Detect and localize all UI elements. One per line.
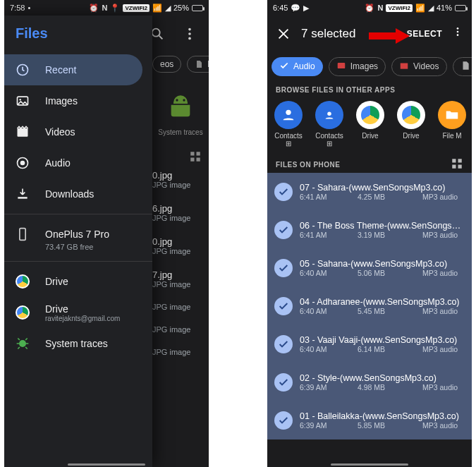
grid-view-icon[interactable] — [451, 157, 463, 171]
svg-point-29 — [327, 111, 331, 116]
filter-chip[interactable]: Docume — [187, 56, 209, 73]
gesture-bar — [68, 463, 145, 466]
phone-icon — [16, 227, 30, 241]
alarm-icon: ⏰ — [365, 4, 374, 13]
sidebar-item-recent[interactable]: Recent — [4, 54, 142, 85]
app-label: Drive — [356, 132, 384, 140]
download-icon — [16, 187, 30, 201]
sidebar-item-audio[interactable]: Audio — [4, 147, 152, 178]
sidebar-item-label: Audio — [45, 157, 71, 169]
nfc-icon: N — [102, 4, 107, 12]
app-contacts[interactable]: Contacts⊞ — [315, 101, 343, 147]
grid-view-icon[interactable] — [189, 150, 202, 166]
sidebar-item-downloads[interactable]: Downloads — [4, 178, 152, 210]
file-list[interactable]: 07 - Sahara-(www.SenSongsMp3.co)6:41 AM4… — [267, 173, 472, 439]
filter-chip-videos[interactable]: Videos — [391, 57, 446, 76]
svg-rect-9 — [190, 158, 194, 162]
clock-text: 7:58 — [10, 4, 25, 12]
svg-point-16 — [21, 162, 25, 165]
bg-file-item[interactable]: JPG image — [152, 344, 202, 366]
bg-file-item[interactable]: 6.jpgJPG image — [152, 199, 202, 232]
gesture-bar — [331, 463, 408, 466]
file-time: 6:40 AM — [300, 307, 332, 315]
svg-point-4 — [188, 37, 191, 40]
file-time: 6:40 AM — [300, 345, 332, 353]
file-type: MP3 audio — [422, 383, 458, 392]
more-icon[interactable] — [182, 26, 197, 42]
file-type: MP3 audio — [422, 269, 458, 277]
account-item[interactable]: System traces — [4, 328, 152, 359]
checkmark-icon[interactable] — [274, 335, 293, 353]
file-row[interactable]: 03 - Vaaji Vaaji-(www.SenSongsMp3.co)6:4… — [267, 325, 472, 363]
chip-label: Images — [350, 61, 378, 71]
bg-file-item[interactable]: 0.jpgJPG image — [152, 232, 202, 265]
checkmark-icon[interactable] — [274, 183, 293, 201]
account-item[interactable]: Driveravitejaknts@gmail.com — [4, 297, 152, 328]
file-name: 07 - Sahara-(www.SenSongsMp3.co) — [300, 183, 465, 193]
sidebar-item-images[interactable]: Images — [4, 85, 152, 116]
svg-point-5 — [176, 99, 178, 101]
wifi-icon: 📶 — [415, 4, 425, 13]
divider — [4, 261, 152, 262]
phone-left: 7:58 • ⏰ N 📍 VZWIFI2 📶 ◢ 25% eos Docume — [4, 0, 209, 467]
filter-chip-docume[interactable]: Docume — [453, 57, 472, 76]
filter-chip-images[interactable]: Images — [329, 57, 386, 76]
check-icon — [279, 61, 289, 73]
file-size: 5.06 MB — [358, 269, 397, 277]
bg-file-item[interactable]: JPG image — [152, 298, 202, 321]
wifi-icon: 📶 — [152, 4, 162, 13]
app-filem[interactable]: File M — [438, 101, 466, 147]
checkmark-icon[interactable] — [274, 411, 293, 430]
file-type: MP3 audio — [422, 345, 458, 353]
app-icon — [397, 101, 425, 129]
chip-label: Audio — [293, 61, 315, 71]
account-label: Drive — [45, 276, 68, 287]
filter-chip-audio[interactable]: Audio — [271, 57, 323, 76]
image-icon — [336, 61, 346, 73]
close-icon[interactable] — [276, 26, 291, 42]
checkmark-icon[interactable] — [274, 297, 293, 315]
file-name: 06 - The Boss Theme-(www.SenSongsMp3.... — [300, 221, 465, 231]
battery-icon — [192, 5, 203, 11]
file-row[interactable]: 07 - Sahara-(www.SenSongsMp3.co)6:41 AM4… — [267, 173, 472, 211]
nav-drawer[interactable]: Files RecentImagesVideosAudioDownloads O… — [4, 16, 152, 467]
checkmark-icon[interactable] — [274, 373, 293, 392]
clock-icon — [16, 63, 30, 77]
more-icon[interactable] — [452, 26, 463, 42]
storage-free: 73.47 GB free — [45, 243, 152, 251]
checkmark-icon[interactable] — [274, 259, 293, 277]
file-size: 5.45 MB — [358, 307, 397, 315]
sidebar-item-label: Downloads — [45, 188, 94, 200]
file-row[interactable]: 04 - Adharanee-(www.SenSongsMp3.co)6:40 … — [267, 287, 472, 325]
file-row[interactable]: 05 - Sahana-(www.SenSongsMp3.co)6:40 AM5… — [267, 249, 472, 287]
checkmark-icon[interactable] — [274, 221, 293, 239]
bg-file-item[interactable]: JPG image — [152, 321, 202, 344]
bg-file-item[interactable]: 0.jpgJPG image — [152, 166, 202, 199]
account-item[interactable]: Drive — [4, 266, 152, 297]
sidebar-item-label: Images — [45, 95, 78, 107]
app-drive[interactable]: Drive — [397, 101, 425, 147]
file-size: 6.14 MB — [358, 345, 397, 353]
app-drive[interactable]: Drive — [356, 101, 384, 147]
app-icon — [315, 101, 343, 129]
battery-icon — [455, 5, 466, 11]
svg-point-23 — [457, 31, 459, 33]
sidebar-item-videos[interactable]: Videos — [4, 116, 152, 147]
svg-point-22 — [457, 28, 459, 30]
file-row[interactable]: 01 - Balleilakka-(www.SenSongsMp3.co)6:3… — [267, 401, 472, 439]
wifi-badge: VZWIFI2 — [123, 4, 149, 12]
file-size: 4.25 MB — [358, 193, 397, 201]
selection-toolbar: 7 selected SELECT — [267, 16, 472, 52]
filter-chip[interactable]: eos — [152, 56, 181, 73]
bg-file-item[interactable]: 7.jpgJPG image — [152, 265, 202, 298]
sidebar-item-label: Recent — [45, 64, 76, 75]
app-label: File M — [438, 132, 466, 140]
svg-rect-32 — [452, 165, 456, 169]
bug-icon — [16, 336, 30, 351]
other-apps-row: Contacts⊞Contacts⊞DriveDriveFile M — [267, 98, 472, 153]
app-contacts[interactable]: Contacts⊞ — [274, 101, 303, 147]
file-row[interactable]: 02 - Style-(www.SenSongsMp3.co)6:39 AM4.… — [267, 363, 472, 401]
select-button[interactable]: SELECT — [407, 29, 442, 39]
file-row[interactable]: 06 - The Boss Theme-(www.SenSongsMp3....… — [267, 211, 472, 249]
svg-rect-14 — [18, 128, 28, 137]
